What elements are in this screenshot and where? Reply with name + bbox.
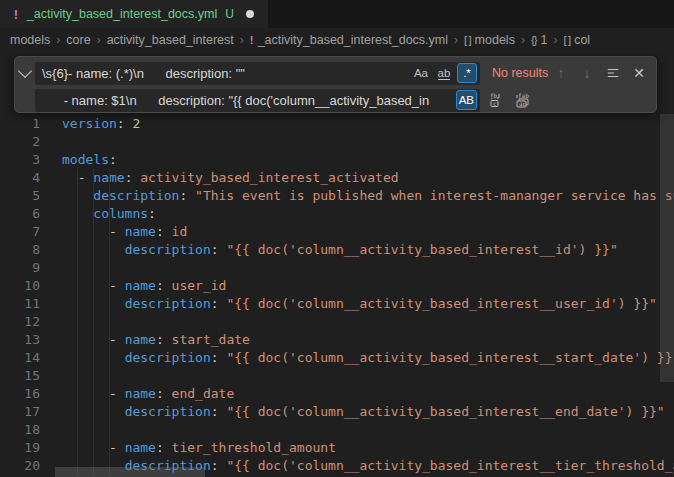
chevron-down-icon (18, 63, 32, 77)
line-number: 15 (0, 367, 40, 385)
line-number: 20 (0, 457, 40, 475)
close-button[interactable]: ✕ (628, 62, 650, 84)
whole-word-button[interactable]: ab (434, 63, 454, 83)
code-line[interactable]: 3models: (0, 151, 674, 169)
breadcrumb-item[interactable]: activity_based_interest (107, 33, 234, 47)
line-number: 7 (0, 223, 40, 241)
replace-all-icon: ƒab ac (515, 92, 531, 108)
line-number: 2 (0, 133, 40, 151)
code-line[interactable]: 9 (0, 259, 674, 277)
find-row: \s{6}- name: (.*)\n description: "" Aa a… (15, 61, 650, 85)
code-line[interactable]: 7 - name: id (0, 223, 674, 241)
breadcrumb-item[interactable]: [ ]models (464, 33, 515, 47)
code-text: description: "{{ doc('column__activity_b… (40, 295, 657, 313)
code-line[interactable]: 19 - name: tier_threshold_amount (0, 439, 674, 457)
replace-all-button[interactable]: ƒab ac (512, 89, 534, 111)
breadcrumb-item[interactable]: core (66, 33, 90, 47)
code-line[interactable]: 1version: 2 (0, 115, 674, 133)
svg-text:ƒab: ƒab (518, 92, 529, 100)
replace-icon: ƒb c (489, 92, 505, 108)
editor-pane[interactable]: 1version: 223models:4 - name: activity_b… (0, 52, 674, 477)
breadcrumb-separator: › (56, 33, 60, 47)
code-text (40, 259, 62, 277)
line-number: 12 (0, 313, 40, 331)
code-line[interactable]: 12 (0, 313, 674, 331)
toggle-replace-button[interactable] (15, 71, 35, 76)
find-input[interactable]: \s{6}- name: (.*)\n description: "" Aa a… (35, 62, 480, 85)
line-number: 8 (0, 241, 40, 259)
code-line[interactable]: 13 - name: start_date (0, 331, 674, 349)
tab-bar: ! _activity_based_interest_docs.yml U (0, 0, 674, 28)
replace-button[interactable]: ƒb c (486, 89, 508, 111)
line-number: 16 (0, 385, 40, 403)
code-text: - name: start_date (40, 331, 250, 349)
breadcrumb-label: 1 (541, 33, 548, 47)
code-line[interactable]: 11 description: "{{ doc('column__activit… (0, 295, 674, 313)
breadcrumb-item[interactable]: [ ]col (564, 33, 591, 47)
find-in-selection-button[interactable] (602, 62, 624, 84)
code-text (40, 133, 62, 151)
results-count: No results (492, 66, 548, 80)
editor-tab[interactable]: ! _activity_based_interest_docs.yml U (0, 0, 269, 28)
git-status-badge: U (225, 7, 234, 21)
horizontal-scrollbar[interactable] (55, 467, 205, 477)
code-text: - name: user_id (40, 277, 226, 295)
code-line[interactable]: 17 description: "{{ doc('column__activit… (0, 403, 674, 421)
replace-input[interactable]: - name: $1\n description: "{{ doc('colum… (35, 89, 480, 112)
modified-dot-icon[interactable] (246, 10, 254, 18)
code-text: - name: id (40, 223, 187, 241)
breadcrumb-label: models (475, 33, 515, 47)
vertical-scrollbar[interactable] (660, 114, 674, 382)
svg-text:ac: ac (519, 100, 527, 107)
breadcrumb-item[interactable]: !_activity_based_interest_docs.yml (250, 33, 448, 47)
line-number: 9 (0, 259, 40, 277)
preserve-case-button[interactable]: AB (456, 90, 477, 110)
breadcrumb: models›core›activity_based_interest›!_ac… (0, 28, 674, 52)
code-line[interactable]: 16 - name: end_date (0, 385, 674, 403)
indent-guide (77, 169, 78, 475)
line-number: 6 (0, 205, 40, 223)
line-number: 1 (0, 115, 40, 133)
line-number: 3 (0, 151, 40, 169)
find-previous-button[interactable]: ↑ (550, 62, 572, 84)
code-line[interactable]: 18 (0, 421, 674, 439)
regex-button[interactable]: .* (457, 63, 477, 83)
code-text: description: "{{ doc('column__activity_b… (40, 403, 665, 421)
code-text (40, 367, 62, 385)
line-number: 10 (0, 277, 40, 295)
breadcrumb-separator: › (454, 33, 458, 47)
code-text: columns: (40, 205, 156, 223)
line-number: 18 (0, 421, 40, 439)
breadcrumb-separator: › (97, 33, 101, 47)
code-line[interactable]: 5 description: "This event is published … (0, 187, 674, 205)
find-input-value: \s{6}- name: (.*)\n description: "" (35, 66, 245, 81)
find-actions: ↑ ↓ ✕ (550, 62, 650, 84)
yaml-icon: ! (250, 34, 254, 46)
code-text: - name: end_date (40, 385, 234, 403)
code-area[interactable]: 1version: 223models:4 - name: activity_b… (0, 115, 674, 475)
code-line[interactable]: 4 - name: activity_based_interest_activa… (0, 169, 674, 187)
code-line[interactable]: 15 (0, 367, 674, 385)
code-text: description: "{{ doc('column__activity_b… (40, 241, 618, 259)
code-line[interactable]: 14 description: "{{ doc('column__activit… (0, 349, 674, 367)
array-icon: [ ] (564, 34, 571, 46)
replace-row: - name: $1\n description: "{{ doc('colum… (15, 88, 650, 112)
code-line[interactable]: 8 description: "{{ doc('column__activity… (0, 241, 674, 259)
breadcrumb-item[interactable]: models (10, 33, 50, 47)
replace-input-value: - name: $1\n description: "{{ doc('colum… (35, 93, 429, 108)
line-number: 13 (0, 331, 40, 349)
breadcrumb-label: _activity_based_interest_docs.yml (258, 33, 448, 47)
code-text: version: 2 (40, 115, 140, 133)
replace-options: AB (456, 90, 477, 110)
line-number: 5 (0, 187, 40, 205)
breadcrumb-item[interactable]: {}1 (531, 33, 548, 47)
find-next-button[interactable]: ↓ (576, 62, 598, 84)
line-number: 17 (0, 403, 40, 421)
find-replace-widget: \s{6}- name: (.*)\n description: "" Aa a… (14, 56, 657, 113)
match-case-button[interactable]: Aa (411, 63, 431, 83)
breadcrumb-label: models (10, 33, 50, 47)
code-line[interactable]: 10 - name: user_id (0, 277, 674, 295)
tab-title: _activity_based_interest_docs.yml (27, 7, 217, 21)
code-line[interactable]: 2 (0, 133, 674, 151)
code-line[interactable]: 6 columns: (0, 205, 674, 223)
